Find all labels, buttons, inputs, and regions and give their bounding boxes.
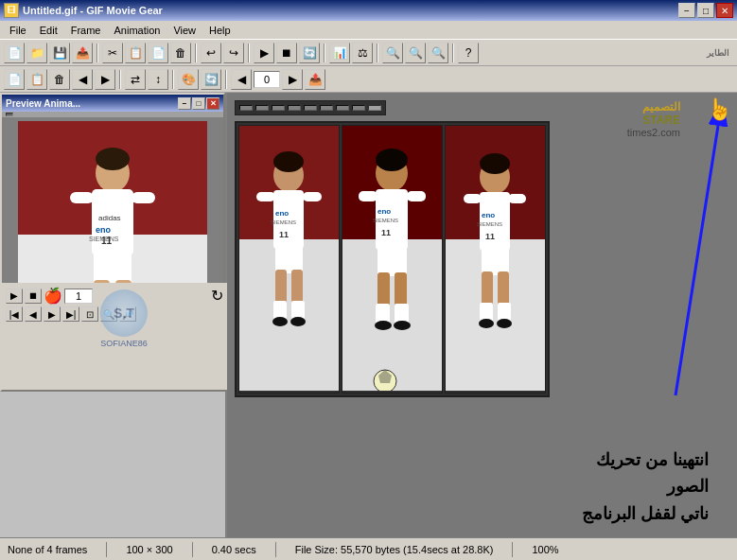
minimize-button[interactable]: −: [678, 3, 695, 18]
tb2-frame-add[interactable]: 📄: [4, 69, 25, 90]
tb-copy[interactable]: 📋: [125, 43, 146, 63]
tb-redo[interactable]: ↪: [223, 43, 244, 63]
frame-indicator-7: [336, 105, 349, 111]
svg-point-21: [273, 151, 304, 172]
preview-minimize[interactable]: −: [178, 97, 191, 110]
tb-colors[interactable]: ⚖: [352, 43, 373, 63]
main-area: Preview Anima... − □ ✕: [0, 93, 737, 537]
svg-text:eno: eno: [275, 209, 289, 218]
tb-zoom-fit[interactable]: 🔍: [428, 43, 448, 63]
svg-rect-40: [359, 191, 377, 201]
svg-point-66: [497, 319, 512, 328]
menu-help[interactable]: Help: [203, 23, 237, 38]
status-dimensions: 100 × 300: [126, 544, 172, 555]
frame-indicator-1: [239, 105, 253, 111]
menu-frame[interactable]: Frame: [65, 23, 107, 38]
tb2-export-anim[interactable]: 📤: [305, 69, 325, 90]
menu-edit[interactable]: Edit: [34, 23, 63, 38]
tb2-palette[interactable]: 🎨: [178, 69, 199, 90]
arabic-line1: انتهينا من تحريك: [582, 446, 709, 474]
preview-title-bar[interactable]: Preview Anima... − □ ✕: [2, 95, 223, 112]
svg-text:11: 11: [381, 228, 391, 237]
svg-text:SIEMENS: SIEMENS: [89, 236, 119, 242]
status-zoom: 100%: [532, 544, 558, 555]
arabic-instruction-text: انتهينا من تحريك الصور ناتي لقفل البرنام…: [582, 446, 709, 528]
tb-loop[interactable]: 🔄: [299, 43, 320, 63]
tb-stop[interactable]: ⏹: [276, 43, 297, 63]
tb-undo[interactable]: ↩: [201, 43, 221, 63]
tb2-reload[interactable]: 🔄: [201, 69, 221, 90]
frame-1[interactable]: eno SIEMENS 11: [238, 125, 340, 394]
status-sep2: [192, 542, 193, 557]
window-title: Untitled.gif - GIF Movie Gear: [23, 5, 163, 16]
tb-optimize[interactable]: 📊: [329, 43, 350, 63]
frame-indicator-3: [272, 105, 285, 111]
frame-input[interactable]: 0: [254, 71, 280, 88]
svg-point-47: [375, 321, 392, 330]
tb2-sep1: [119, 70, 121, 89]
preview-controls: − □ ✕: [178, 97, 219, 110]
svg-point-48: [394, 321, 411, 330]
svg-point-31: [290, 317, 306, 326]
menu-view[interactable]: View: [167, 23, 202, 38]
svg-rect-4: [92, 189, 133, 255]
tb-zoom-out[interactable]: 🔍: [405, 43, 426, 63]
tb-cut[interactable]: ✂: [102, 43, 123, 63]
status-sep4: [512, 542, 513, 557]
status-sep3: [275, 542, 276, 557]
tb2-reverse[interactable]: ⇄: [125, 69, 146, 90]
st-logo: S.T: [100, 289, 148, 337]
svg-point-38: [376, 149, 408, 171]
svg-point-65: [479, 319, 494, 328]
svg-rect-42: [377, 246, 407, 276]
maximize-button[interactable]: □: [697, 3, 714, 18]
tb2-frame-dup[interactable]: 📋: [26, 69, 47, 90]
tb-export[interactable]: 📤: [72, 43, 93, 63]
tb-sep5: [377, 44, 378, 62]
tb-help[interactable]: ?: [458, 43, 479, 63]
sofiane-label: SOFIANE86: [100, 339, 148, 348]
tb-save[interactable]: 💾: [49, 43, 70, 63]
tb-paste[interactable]: 📄: [148, 43, 168, 63]
tb2-frame-del[interactable]: 🗑: [49, 69, 70, 90]
svg-line-71: [676, 126, 718, 395]
tb2-move-left[interactable]: ◀: [72, 69, 93, 90]
svg-rect-24: [303, 192, 322, 201]
frame-2-image: eno SIEMENS 11: [342, 126, 442, 391]
frame-2[interactable]: eno SIEMENS 11: [342, 125, 443, 394]
menu-file[interactable]: File: [4, 23, 32, 38]
tb-new[interactable]: 📄: [4, 43, 25, 63]
svg-point-56: [480, 153, 510, 174]
tb2-prev-frame[interactable]: ◀: [231, 69, 252, 90]
main-content: eno SIEMENS 11: [227, 93, 737, 537]
frame-indicator-4: [288, 105, 301, 111]
title-bar: 🎞 Untitled.gif - GIF Movie Gear − □ ✕: [0, 0, 737, 21]
tb2-flip[interactable]: ↕: [148, 69, 168, 90]
frames-strip: [235, 100, 386, 115]
main-frames-display: eno SIEMENS 11: [235, 121, 550, 397]
menu-animation[interactable]: Animation: [108, 23, 166, 38]
tb-zoom-in[interactable]: 🔍: [382, 43, 403, 63]
frame-indicator-8: [352, 105, 365, 111]
preview-maximize[interactable]: □: [192, 97, 205, 110]
tb-delete[interactable]: 🗑: [170, 43, 191, 63]
tb-open[interactable]: 📁: [26, 43, 47, 63]
svg-text:11: 11: [485, 232, 495, 241]
tb2-move-right[interactable]: ▶: [95, 69, 115, 90]
preview-window: Preview Anima... − □ ✕: [0, 93, 225, 392]
tb2-next-frame[interactable]: ▶: [282, 69, 303, 90]
frame-indicator-active: [368, 105, 381, 111]
svg-text:eno: eno: [377, 207, 391, 216]
tb-play[interactable]: ▶: [254, 43, 274, 63]
blue-arrow-svg: [657, 112, 732, 414]
tb2-sep2: [172, 70, 174, 89]
frame-3-image: eno SIEMENS 11: [446, 126, 545, 391]
frame-3[interactable]: eno SIEMENS 11: [445, 125, 546, 394]
frame-indicators: [237, 103, 383, 113]
tb-sep3: [248, 44, 250, 62]
frame-indicator-5: [304, 105, 317, 111]
close-button[interactable]: ✕: [716, 3, 733, 18]
frame-indicator-6: [320, 105, 333, 111]
preview-close[interactable]: ✕: [206, 97, 219, 110]
arabic-line2: الصور: [582, 473, 709, 500]
